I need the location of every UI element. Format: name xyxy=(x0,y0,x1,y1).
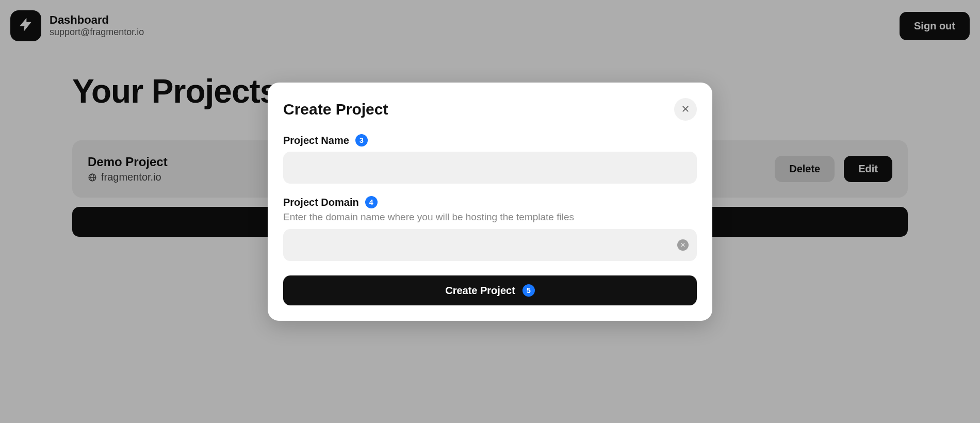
step-badge-3: 3 xyxy=(355,134,368,147)
project-name-label: Project Name xyxy=(283,135,349,147)
create-project-modal: Create Project Project Name 3 Project Do… xyxy=(268,83,712,321)
close-icon xyxy=(681,105,690,115)
step-badge-5: 5 xyxy=(522,284,535,297)
close-button[interactable] xyxy=(674,98,697,121)
project-name-input[interactable] xyxy=(283,152,697,184)
create-project-submit[interactable]: Create Project 5 xyxy=(283,275,697,305)
project-domain-input[interactable] xyxy=(283,229,697,261)
project-domain-helper: Enter the domain name where you will be … xyxy=(283,212,697,223)
close-icon: ✕ xyxy=(680,239,685,251)
clear-domain-button[interactable]: ✕ xyxy=(677,239,689,251)
modal-title: Create Project xyxy=(283,101,388,118)
project-domain-label: Project Domain xyxy=(283,197,359,208)
step-badge-4: 4 xyxy=(365,196,378,208)
submit-label: Create Project xyxy=(445,285,515,297)
